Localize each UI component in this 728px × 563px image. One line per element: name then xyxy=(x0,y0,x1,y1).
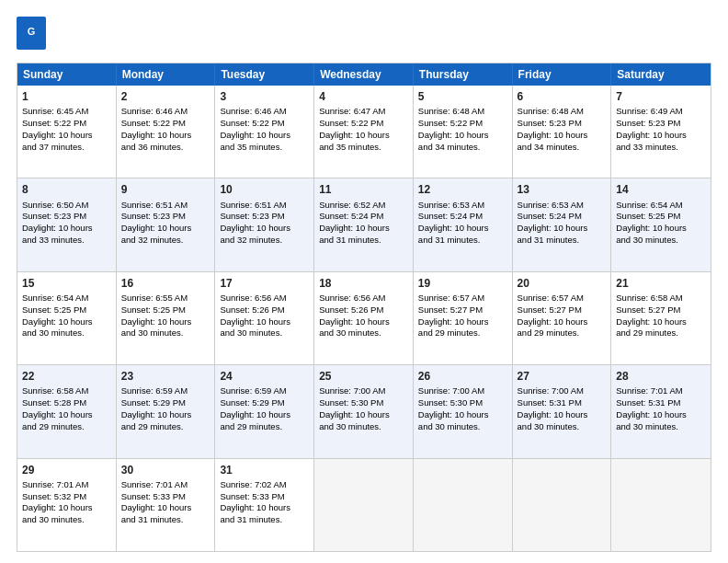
day-info-line: Sunrise: 6:53 AM xyxy=(418,200,507,212)
header-day-wednesday: Wednesday xyxy=(314,63,414,86)
day-info-line: Daylight: 10 hours xyxy=(319,130,408,142)
day-number: 7 xyxy=(616,89,706,104)
svg-text:G: G xyxy=(28,26,36,37)
day-info-line: Daylight: 10 hours xyxy=(616,409,706,421)
day-number: 27 xyxy=(518,369,607,384)
day-number: 8 xyxy=(22,182,111,197)
day-info-line: Daylight: 10 hours xyxy=(518,130,607,142)
day-number: 26 xyxy=(418,369,507,384)
calendar-cell: 27Sunrise: 7:00 AMSunset: 5:31 PMDayligh… xyxy=(513,365,612,457)
calendar-cell: 12Sunrise: 6:53 AMSunset: 5:24 PMDayligh… xyxy=(414,178,513,270)
day-info-line: Sunrise: 6:48 AM xyxy=(518,106,607,118)
calendar-row-5: 29Sunrise: 7:01 AMSunset: 5:32 PMDayligh… xyxy=(17,458,711,551)
day-info-line: Sunrise: 7:01 AM xyxy=(616,385,706,397)
calendar-cell: 4Sunrise: 6:47 AMSunset: 5:22 PMDaylight… xyxy=(314,86,414,178)
calendar-cell: 8Sunrise: 6:50 AMSunset: 5:23 PMDaylight… xyxy=(17,178,117,270)
calendar-cell: 10Sunrise: 6:51 AMSunset: 5:23 PMDayligh… xyxy=(215,178,314,270)
day-info-line: Sunrise: 6:57 AM xyxy=(518,293,607,304)
day-number: 18 xyxy=(319,276,408,291)
day-info-line: Sunrise: 6:49 AM xyxy=(616,106,706,118)
header-day-tuesday: Tuesday xyxy=(215,63,314,86)
day-info-line: Sunrise: 6:56 AM xyxy=(319,293,408,304)
header-day-friday: Friday xyxy=(513,63,612,86)
day-info-line: Daylight: 10 hours xyxy=(319,316,408,328)
day-info-line: Daylight: 10 hours xyxy=(220,409,309,421)
day-info-line: Daylight: 10 hours xyxy=(121,223,210,235)
calendar-cell: 16Sunrise: 6:55 AMSunset: 5:25 PMDayligh… xyxy=(117,272,216,364)
day-info-line: Sunset: 5:22 PM xyxy=(220,118,309,130)
calendar-cell: 25Sunrise: 7:00 AMSunset: 5:30 PMDayligh… xyxy=(314,365,414,457)
calendar-cell: 17Sunrise: 6:56 AMSunset: 5:26 PMDayligh… xyxy=(215,272,314,364)
day-info-line: Sunset: 5:23 PM xyxy=(518,118,607,130)
calendar-cell: 9Sunrise: 6:51 AMSunset: 5:23 PMDaylight… xyxy=(117,178,216,270)
day-info-line: Sunrise: 7:00 AM xyxy=(319,385,408,397)
day-info-line: Daylight: 10 hours xyxy=(518,316,607,328)
day-info-line: Sunrise: 6:52 AM xyxy=(319,200,408,212)
day-info-line: and 32 minutes. xyxy=(220,235,309,247)
day-info-line: Sunrise: 7:01 AM xyxy=(121,479,210,491)
day-info-line: Sunset: 5:31 PM xyxy=(518,397,607,409)
day-info-line: Daylight: 10 hours xyxy=(121,502,210,514)
day-info-line: Daylight: 10 hours xyxy=(220,316,309,328)
calendar-row-3: 15Sunrise: 6:54 AMSunset: 5:25 PMDayligh… xyxy=(17,271,711,364)
day-number: 23 xyxy=(121,369,210,384)
day-info-line: Daylight: 10 hours xyxy=(518,409,607,421)
day-info-line: Sunrise: 7:00 AM xyxy=(518,385,607,397)
day-info-line: and 30 minutes. xyxy=(616,421,706,433)
day-number: 17 xyxy=(220,276,309,291)
day-info-line: Sunset: 5:22 PM xyxy=(319,118,408,130)
day-info-line: Sunrise: 6:46 AM xyxy=(121,106,210,118)
day-info-line: and 30 minutes. xyxy=(22,514,111,526)
day-info-line: and 29 minutes. xyxy=(22,421,111,433)
day-number: 16 xyxy=(121,276,210,291)
day-info-line: Sunrise: 6:55 AM xyxy=(121,293,210,304)
day-number: 11 xyxy=(319,182,408,197)
day-info-line: Sunset: 5:26 PM xyxy=(319,304,408,316)
calendar-cell: 23Sunrise: 6:59 AMSunset: 5:29 PMDayligh… xyxy=(117,365,216,457)
calendar-cell: 5Sunrise: 6:48 AMSunset: 5:22 PMDaylight… xyxy=(414,86,513,178)
day-info-line: Daylight: 10 hours xyxy=(616,223,706,235)
day-number: 20 xyxy=(518,276,607,291)
day-info-line: and 29 minutes. xyxy=(220,421,309,433)
day-info-line: and 30 minutes. xyxy=(616,235,706,247)
day-info-line: and 30 minutes. xyxy=(418,421,507,433)
day-info-line: Sunset: 5:30 PM xyxy=(418,397,507,409)
day-info-line: Daylight: 10 hours xyxy=(616,130,706,142)
day-info-line: and 31 minutes. xyxy=(220,514,309,526)
day-number: 9 xyxy=(121,182,210,197)
day-info-line: Daylight: 10 hours xyxy=(418,130,507,142)
day-info-line: Daylight: 10 hours xyxy=(319,409,408,421)
day-info-line: and 32 minutes. xyxy=(121,235,210,247)
day-info-line: Daylight: 10 hours xyxy=(616,316,706,328)
day-info-line: and 30 minutes. xyxy=(518,421,607,433)
day-info-line: Daylight: 10 hours xyxy=(518,223,607,235)
day-info-line: and 31 minutes. xyxy=(121,514,210,526)
day-info-line: Sunset: 5:24 PM xyxy=(319,211,408,223)
calendar: SundayMondayTuesdayWednesdayThursdayFrid… xyxy=(17,63,711,552)
day-number: 13 xyxy=(518,182,607,197)
day-info-line: Sunrise: 6:51 AM xyxy=(220,200,309,212)
day-info-line: Daylight: 10 hours xyxy=(22,130,111,142)
day-info-line: Sunset: 5:23 PM xyxy=(22,211,111,223)
day-number: 15 xyxy=(22,276,111,291)
day-info-line: Daylight: 10 hours xyxy=(220,223,309,235)
day-info-line: Sunset: 5:27 PM xyxy=(616,304,706,316)
day-number: 21 xyxy=(616,276,706,291)
day-info-line: and 33 minutes. xyxy=(616,142,706,154)
day-info-line: and 29 minutes. xyxy=(121,421,210,433)
calendar-row-4: 22Sunrise: 6:58 AMSunset: 5:28 PMDayligh… xyxy=(17,364,711,457)
logo: G xyxy=(17,17,50,53)
day-info-line: Sunset: 5:32 PM xyxy=(22,491,111,503)
calendar-cell: 3Sunrise: 6:46 AMSunset: 5:22 PMDaylight… xyxy=(215,86,314,178)
day-info-line: Sunrise: 6:58 AM xyxy=(22,385,111,397)
day-info-line: and 29 minutes. xyxy=(518,327,607,339)
day-info-line: Sunset: 5:28 PM xyxy=(22,397,111,409)
day-info-line: Sunrise: 6:56 AM xyxy=(220,293,309,304)
day-info-line: Daylight: 10 hours xyxy=(418,316,507,328)
day-info-line: Sunrise: 6:45 AM xyxy=(22,106,111,118)
day-info-line: Daylight: 10 hours xyxy=(418,409,507,421)
day-info-line: Daylight: 10 hours xyxy=(220,502,309,514)
day-number: 14 xyxy=(616,182,706,197)
day-info-line: Sunset: 5:22 PM xyxy=(121,118,210,130)
day-info-line: and 31 minutes. xyxy=(518,235,607,247)
